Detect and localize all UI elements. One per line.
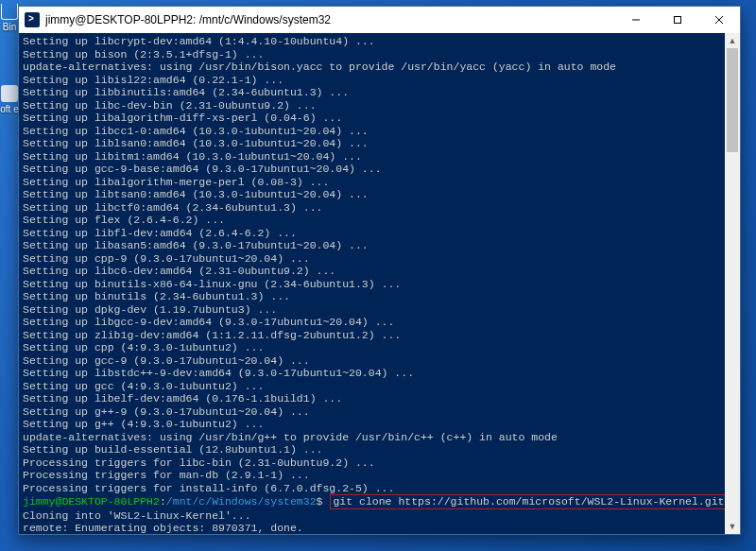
desktop-shortcut[interactable]: oft e — [0, 85, 19, 114]
scroll-down-button[interactable]: ▼ — [725, 519, 740, 534]
terminal-line: Setting up libgcc-9-dev:amd64 (9.3.0-17u… — [23, 316, 721, 329]
terminal-line: remote: Enumerating objects: 8970371, do… — [23, 522, 721, 534]
close-button[interactable] — [698, 7, 740, 33]
terminal-line: Setting up gcc-9-base:amd64 (9.3.0-17ubu… — [23, 163, 721, 176]
terminal-line: Setting up libctf0:amd64 (2.34-6ubuntu1.… — [23, 201, 721, 215]
powershell-icon — [25, 12, 40, 27]
desktop-shortcut-label: oft e — [0, 104, 18, 114]
terminal-line: update-alternatives: using /usr/bin/g++ … — [23, 431, 721, 444]
window-title: jimmy@DESKTOP-80LPPH2: /mnt/c/Windows/sy… — [45, 13, 615, 26]
terminal-line: Setting up libcc1-0:amd64 (10.3.0-1ubunt… — [23, 125, 721, 138]
terminal-line: Setting up libitm1:amd64 (10.3.0-1ubuntu… — [23, 150, 721, 164]
prompt-symbol: $ — [317, 495, 330, 508]
scroll-thumb[interactable] — [727, 48, 738, 152]
titlebar[interactable]: jimmy@DESKTOP-80LPPH2: /mnt/c/Windows/sy… — [19, 7, 740, 33]
terminal-line: Setting up dpkg-dev (1.19.7ubuntu3) ... — [23, 303, 721, 317]
terminal-line: Setting up libisl22:amd64 (0.22.1-1) ... — [23, 74, 721, 87]
recycle-label: Bin — [3, 22, 16, 32]
terminal-line: Setting up cpp-9 (9.3.0-17ubuntu1~20.04)… — [23, 252, 721, 266]
terminal-line: Setting up liblsan0:amd64 (10.3.0-1ubunt… — [23, 137, 721, 150]
terminal-line: Setting up libcrypt-dev:amd64 (1:4.4.10-… — [23, 35, 721, 48]
terminal-line: Setting up flex (2.6.4-6.2) ... — [23, 214, 721, 227]
command-highlight: git clone https://github.com/microsoft/W… — [330, 494, 725, 509]
terminal-line: Setting up libalgorithm-merge-perl (0.08… — [23, 176, 721, 189]
terminal-line: Processing triggers for install-info (6.… — [23, 482, 721, 495]
terminal-line: Setting up libalgorithm-diff-xs-perl (0.… — [23, 112, 721, 125]
terminal-line: Setting up gcc-9 (9.3.0-17ubuntu1~20.04)… — [23, 354, 721, 368]
minimize-button[interactable] — [615, 7, 657, 33]
terminal-line: Setting up libasan5:amd64 (9.3.0-17ubunt… — [23, 239, 721, 252]
terminal-line: Setting up libc6-dev:amd64 (2.31-0ubuntu… — [23, 265, 721, 278]
prompt-user: jimmy@DESKTOP-80LPPH2 — [23, 495, 160, 508]
scrollbar[interactable]: ▲ ▼ — [725, 33, 740, 534]
terminal-line: Setting up g++-9 (9.3.0-17ubuntu1~20.04)… — [23, 405, 721, 419]
terminal-line: Setting up zlib1g-dev:amd64 (1:1.2.11.df… — [23, 329, 721, 342]
terminal-line: Setting up libbinutils:amd64 (2.34-6ubun… — [23, 86, 721, 99]
prompt-path: /mnt/c/Windows/system32 — [166, 495, 317, 508]
terminal-window: jimmy@DESKTOP-80LPPH2: /mnt/c/Windows/sy… — [18, 6, 741, 535]
desktop-recycle-bin[interactable]: Bin — [0, 4, 19, 32]
terminal-line: Setting up gcc (4:9.3.0-1ubuntu2) ... — [23, 380, 721, 393]
terminal-line: Setting up cpp (4:9.3.0-1ubuntu2) ... — [23, 341, 721, 354]
maximize-button[interactable] — [657, 7, 698, 33]
terminal-line: Setting up build-essential (12.8ubuntu1.… — [23, 443, 721, 456]
scroll-up-button[interactable]: ▲ — [725, 33, 740, 48]
terminal-line: Cloning into 'WSL2-Linux-Kernel'... — [23, 509, 721, 523]
terminal-line: Setting up bison (2:3.5.1+dfsg-1) ... — [23, 48, 721, 61]
terminal-line: Setting up libc-dev-bin (2.31-0ubuntu9.2… — [23, 99, 721, 112]
terminal-line: update-alternatives: using /usr/bin/biso… — [23, 60, 721, 74]
terminal-line: Setting up libtsan0:amd64 (10.3.0-1ubunt… — [23, 188, 721, 201]
terminal-output[interactable]: Setting up libcrypt-dev:amd64 (1:4.4.10-… — [19, 33, 725, 534]
terminal-line: Setting up binutils (2.34-6ubuntu1.3) ..… — [23, 290, 721, 303]
terminal-line: Processing triggers for libc-bin (2.31-0… — [23, 456, 721, 470]
terminal-line: Setting up g++ (4:9.3.0-1ubuntu2) ... — [23, 418, 721, 431]
svg-rect-1 — [675, 17, 681, 24]
terminal-line: Setting up libstdc++-9-dev:amd64 (9.3.0-… — [23, 367, 721, 380]
terminal-line: Setting up binutils-x86-64-linux-gnu (2.… — [23, 278, 721, 291]
window-controls — [615, 7, 740, 33]
terminal-prompt-line: jimmy@DESKTOP-80LPPH2:/mnt/c/Windows/sys… — [23, 494, 721, 509]
terminal-line: Setting up libelf-dev:amd64 (0.176-1.1bu… — [23, 392, 721, 405]
terminal-line: Setting up libfl-dev:amd64 (2.6.4-6.2) .… — [23, 227, 721, 240]
terminal-line: Processing triggers for man-db (2.9.1-1)… — [23, 469, 721, 482]
